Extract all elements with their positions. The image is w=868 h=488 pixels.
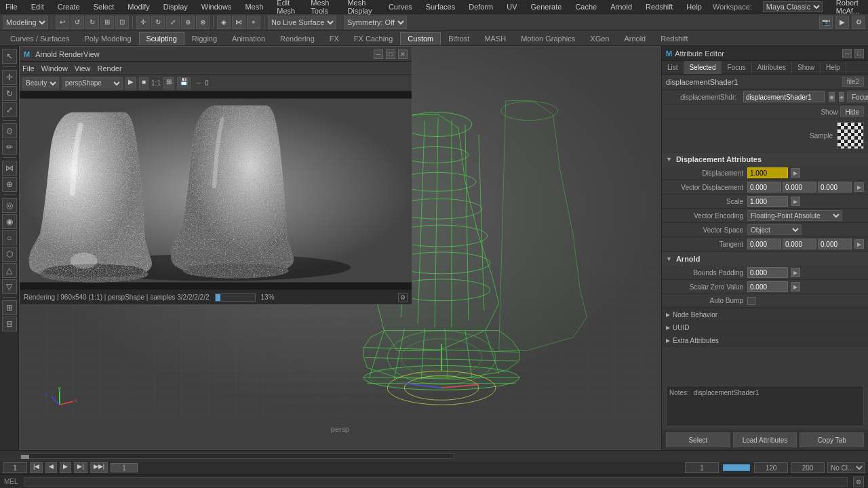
frame-start-input[interactable]: [3, 462, 27, 473]
tab-mash[interactable]: MASH: [477, 32, 513, 45]
uuid-header[interactable]: ▶ UUID: [662, 321, 868, 333]
toolbar-icon-settings[interactable]: ⚙: [852, 16, 865, 29]
toolbar-icon-5[interactable]: ⊡: [115, 16, 129, 29]
ae-shader-value-input[interactable]: [743, 92, 825, 102]
arnold-save-btn[interactable]: 💾: [177, 77, 191, 89]
ae-tab-focus[interactable]: Focus: [722, 61, 751, 74]
timeline-playhead[interactable]: [21, 455, 29, 459]
toolbar-icon-7[interactable]: ⊕: [181, 16, 195, 29]
tab-animation[interactable]: Animation: [224, 32, 273, 45]
toolbar-icon-render[interactable]: ▶: [835, 16, 849, 29]
displacement-connect-icon[interactable]: ▶: [791, 168, 800, 178]
lt-scale-tool[interactable]: ⤢: [2, 102, 17, 117]
menu-curves[interactable]: Curves: [386, 1, 415, 12]
menu-uv[interactable]: UV: [504, 1, 519, 12]
menu-file[interactable]: File: [3, 1, 20, 12]
lt-move-tool[interactable]: ✛: [2, 70, 17, 85]
tab-fx-caching[interactable]: FX Caching: [347, 32, 400, 45]
menu-mesh-tools[interactable]: Mesh Tools: [308, 0, 336, 16]
tl-current-frame[interactable]: 1: [111, 463, 138, 472]
toolbar-icon-snap1[interactable]: ◈: [217, 16, 231, 29]
ae-content[interactable]: ▼ Displacement Attributes Displacement ▶…: [662, 152, 868, 386]
lt-select-tool[interactable]: ↖: [2, 49, 17, 64]
tab-poly-modeling[interactable]: Poly Modeling: [77, 32, 138, 45]
vector-space-select[interactable]: Object: [747, 224, 802, 235]
menu-cache[interactable]: Cache: [572, 1, 599, 12]
menu-windows[interactable]: Windows: [199, 1, 235, 12]
tan-x-input[interactable]: [747, 239, 781, 249]
ae-connect-btn-2[interactable]: ◈: [839, 92, 844, 102]
vd-y-input[interactable]: [783, 182, 816, 192]
tab-redshift[interactable]: Redshift: [653, 32, 695, 45]
main-viewport[interactable]: x y z persp M Arnold RenderView ─ □ ✕: [19, 46, 661, 450]
toolbar-icon-cam[interactable]: 📷: [819, 16, 833, 29]
status-settings-btn[interactable]: ⚙: [853, 476, 864, 487]
tan-z-input[interactable]: [818, 239, 852, 249]
viewport-area[interactable]: x y z persp M Arnold RenderView ─ □ ✕: [19, 46, 661, 450]
tl-range-start-input[interactable]: [685, 462, 719, 473]
tab-curves-surfaces[interactable]: Curves / Surfaces: [3, 32, 77, 45]
menu-deform[interactable]: Deform: [466, 1, 496, 12]
arnoldmenu-window[interactable]: Window: [41, 64, 68, 73]
scalar-connect-icon[interactable]: ▶: [791, 282, 800, 291]
toolbar-icon-scale[interactable]: ⤢: [166, 16, 180, 29]
toolbar-icon-snap3[interactable]: ⌖: [247, 16, 260, 29]
scalar-zero-input[interactable]: [747, 281, 788, 292]
ae-tab-attributes[interactable]: Attributes: [752, 61, 792, 74]
tl-prev-frame-btn[interactable]: |◀: [30, 462, 43, 473]
toolbar-icon-1[interactable]: ↩: [56, 16, 69, 29]
tab-motion-graphics[interactable]: Motion Graphics: [513, 32, 583, 45]
extra-attrs-header[interactable]: ▶ Extra Attributes: [662, 334, 868, 346]
tab-xgen[interactable]: XGen: [583, 32, 616, 45]
tab-custom[interactable]: Custom: [400, 32, 441, 45]
ae-section-arnold-header[interactable]: ▼ Arnold: [662, 252, 868, 266]
lt-sculpt4-tool[interactable]: ⬡: [2, 247, 17, 262]
lt-measure-tool[interactable]: ⊞: [2, 300, 17, 315]
menu-modify[interactable]: Modify: [125, 1, 152, 12]
lt-sculpt3-tool[interactable]: ○: [2, 230, 17, 245]
timeline-track[interactable]: [20, 453, 454, 459]
menu-select[interactable]: Select: [91, 1, 117, 12]
arnoldmenu-file[interactable]: File: [22, 64, 35, 73]
ae-tab-selected[interactable]: Selected: [684, 61, 722, 74]
workspace-dropdown[interactable]: Maya Classic: [763, 1, 823, 12]
toolbar-icon-2[interactable]: ↺: [71, 16, 84, 29]
maximize-button[interactable]: □: [386, 49, 395, 59]
node-behavior-header[interactable]: ▶ Node Behavior: [662, 308, 868, 321]
menu-mesh[interactable]: Mesh: [242, 1, 266, 12]
lt-sculpt2-tool[interactable]: ◉: [2, 214, 17, 229]
tl-range-end-input[interactable]: [754, 462, 788, 473]
arnold-fit-btn[interactable]: ⊞: [163, 77, 174, 89]
scale-input[interactable]: [747, 196, 788, 207]
vector-encoding-select[interactable]: Floating-Point Absolute: [747, 210, 842, 221]
toolbar-icon-3[interactable]: ↻: [85, 16, 99, 29]
arnold-stop-btn[interactable]: ■: [139, 77, 149, 89]
ae-tab-show[interactable]: Show: [792, 61, 821, 74]
lt-rotate-tool[interactable]: ↻: [2, 86, 17, 101]
tab-rendering[interactable]: Rendering: [273, 32, 322, 45]
toolbar-icon-8[interactable]: ⊗: [196, 16, 210, 29]
ae-connect-btn-1[interactable]: ◉: [829, 92, 835, 102]
tab-bifrost[interactable]: Bifrost: [441, 32, 477, 45]
ae-maximize-btn[interactable]: □: [854, 49, 864, 58]
arnold-play-btn[interactable]: ▶: [125, 77, 136, 89]
render-options-btn[interactable]: ⚙: [398, 293, 408, 302]
ae-select-btn[interactable]: Select: [666, 432, 730, 447]
arnold-view-select[interactable]: Beauty: [22, 77, 59, 89]
tangent-connect-icon[interactable]: ▶: [854, 239, 864, 249]
scale-connect-icon[interactable]: ▶: [791, 197, 800, 206]
menu-mesh-display[interactable]: Mesh Display: [344, 0, 378, 16]
displacement-input[interactable]: [747, 167, 788, 178]
mode-select[interactable]: Modeling: [3, 16, 48, 29]
tl-anim-end-input[interactable]: [791, 462, 825, 473]
auto-bump-checkbox[interactable]: [747, 297, 755, 305]
ae-tab-help[interactable]: Help: [821, 61, 846, 74]
symmetry-select[interactable]: Symmetry: Off: [344, 16, 407, 29]
toolbar-icon-4[interactable]: ⊞: [100, 16, 114, 29]
menu-generate[interactable]: Generate: [528, 1, 565, 12]
arnold-camera-select[interactable]: perspShape: [62, 77, 123, 89]
lt-paint-tool[interactable]: ✏: [2, 140, 17, 155]
ae-section-displacement-header[interactable]: ▼ Displacement Attributes: [662, 152, 868, 166]
tab-sculpting[interactable]: Sculpting: [139, 32, 184, 45]
mel-command-input[interactable]: [24, 477, 848, 487]
